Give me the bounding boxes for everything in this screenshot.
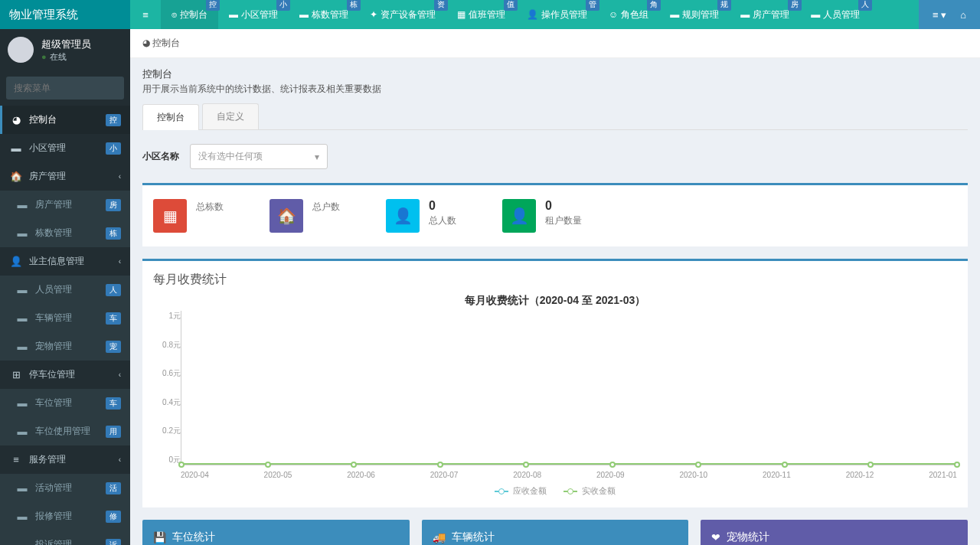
sidebar-item[interactable]: ▬车辆管理车: [0, 304, 130, 332]
sidebar-item[interactable]: ▬人员管理人: [0, 276, 130, 304]
menu-badge: 修: [106, 511, 121, 523]
menu-badge: 用: [106, 426, 121, 438]
card-icon: ❤: [711, 531, 720, 543]
chevron-left-icon: ‹: [119, 370, 121, 379]
community-select[interactable]: 没有选中任何项 ▾: [190, 144, 328, 169]
tab-badge: 人: [858, 0, 872, 11]
tab-icon: ▬: [740, 9, 750, 20]
chevron-left-icon: ‹: [119, 455, 121, 464]
breadcrumb: ◕ 控制台: [130, 29, 980, 58]
menu-badge: 活: [106, 482, 121, 494]
stat-label: 总人数: [429, 214, 456, 227]
menu-badge: 车: [106, 397, 121, 410]
stat-card: 🏠总户数: [270, 199, 340, 233]
tab-icon: ▬: [670, 9, 679, 20]
bottom-card[interactable]: ❤宠物统计: [701, 520, 968, 545]
menu-badge: 人: [106, 284, 121, 296]
legend-item[interactable]: 应收金额: [495, 485, 547, 497]
chart-dot: [867, 462, 874, 468]
menu-badge: 宠: [106, 341, 121, 353]
sidebar-item[interactable]: ▬房产管理房: [0, 191, 130, 219]
top-tab[interactable]: ☺角色组角: [598, 0, 659, 29]
sidebar-item[interactable]: ▬栋数管理栋: [0, 219, 130, 247]
stat-card: 👤0总人数: [386, 199, 456, 233]
search-input[interactable]: [6, 77, 130, 100]
app-logo: 物业管理系统: [0, 0, 130, 29]
menu-icon: ▬: [15, 312, 29, 324]
legend-item[interactable]: 实收金额: [564, 485, 616, 497]
sidebar-item[interactable]: ▬活动管理活: [0, 474, 130, 502]
menu-toggle[interactable]: ≡: [130, 0, 161, 29]
stat-label: 总栋数: [196, 201, 224, 214]
menu-icon: ▬: [15, 199, 29, 210]
top-tab[interactable]: 👤操作员管理管: [516, 0, 598, 29]
chevron-left-icon: ‹: [119, 257, 121, 266]
chart-dot: [265, 462, 271, 468]
menu-icon: 🏠: [9, 171, 23, 182]
menu-icon: ▬: [15, 341, 29, 352]
menu-badge: 房: [106, 199, 121, 211]
top-tab[interactable]: ▬房产管理房: [730, 0, 800, 29]
bottom-card[interactable]: 🚚车辆统计: [422, 520, 689, 545]
top-tab[interactable]: ▬规则管理规: [659, 0, 730, 29]
tab-icon: ✦: [370, 9, 377, 20]
top-tab[interactable]: ▦值班管理值: [446, 0, 516, 29]
sidebar-item[interactable]: 🏠房产管理‹: [0, 162, 130, 191]
tab-icon: ▦: [457, 9, 466, 20]
subtab[interactable]: 控制台: [142, 104, 199, 130]
menu-icon: ▬: [15, 539, 29, 545]
stat-label: 总户数: [312, 201, 340, 214]
menu-icon: ▬: [9, 142, 23, 154]
user-status: 在线: [41, 51, 91, 63]
chart-inner-title: 每月收费统计（2020-04 至 2021-03）: [153, 294, 957, 308]
menu-icon: 👤: [9, 256, 23, 267]
chart-dot: [178, 462, 185, 468]
filter-label: 小区名称: [142, 150, 179, 163]
chart-dot: [695, 462, 701, 468]
stat-icon: 🏠: [270, 199, 303, 233]
sidebar-item[interactable]: ▬投诉管理诉: [0, 530, 130, 545]
home-icon[interactable]: ⌂: [960, 9, 966, 21]
card-icon: 🚚: [433, 531, 446, 543]
sidebar-item[interactable]: ◕控制台控: [0, 106, 130, 134]
legend-marker: [495, 488, 508, 494]
chevron-down-icon: ▾: [315, 152, 319, 162]
top-tab[interactable]: ⌾控制台控: [161, 0, 218, 29]
bottom-card[interactable]: 💾车位统计: [142, 520, 410, 545]
menu-icon: ▬: [15, 227, 29, 239]
menu-icon: ≡: [9, 454, 23, 465]
menu-badge: 小: [106, 142, 121, 155]
tab-icon: ▬: [229, 9, 238, 20]
stat-icon: 👤: [502, 199, 536, 233]
stat-value: 0: [429, 199, 456, 213]
sidebar-item[interactable]: ⊞停车位管理‹: [0, 361, 130, 389]
sidebar-item[interactable]: ▬报修管理修: [0, 502, 130, 530]
top-tab[interactable]: ✦资产设备管理资: [359, 0, 446, 29]
tab-icon: ▬: [811, 9, 820, 20]
dashboard-icon: ◕: [142, 38, 150, 48]
tab-icon: ⌾: [172, 9, 177, 20]
menu-icon: ▬: [15, 482, 29, 494]
sidebar-item[interactable]: ≡服务管理‹: [0, 445, 130, 474]
chart-dot: [351, 462, 357, 468]
sidebar-item[interactable]: ▬车位使用管理用: [0, 417, 130, 445]
user-panel: 超级管理员 在线: [0, 29, 130, 70]
menu-icon: ▬: [15, 397, 29, 409]
stat-icon: ▦: [153, 199, 187, 233]
top-tab[interactable]: ▬小区管理小: [218, 0, 289, 29]
sidebar-item[interactable]: ▬小区管理小: [0, 134, 130, 162]
chart-dot: [954, 462, 960, 468]
sidebar-item[interactable]: ▬车位管理车: [0, 389, 130, 417]
sidebar-item[interactable]: 👤业主信息管理‹: [0, 247, 130, 276]
top-tab[interactable]: ▬栋数管理栋: [289, 0, 359, 29]
user-name: 超级管理员: [41, 38, 91, 51]
stat-icon: 👤: [386, 199, 420, 233]
chart-dot: [523, 462, 529, 468]
panel-description: 控制台 用于展示当前系统中的统计数据、统计报表及相关重要数据: [142, 67, 968, 96]
sidebar-item[interactable]: ▬宠物管理宠: [0, 332, 130, 361]
menu-badge: 控: [106, 114, 121, 126]
menu-dropdown-icon[interactable]: ≡ ▾: [933, 9, 946, 21]
top-tab[interactable]: ▬人员管理人: [800, 0, 871, 29]
menu-icon: ▬: [15, 511, 29, 522]
subtab[interactable]: 自定义: [202, 103, 259, 129]
